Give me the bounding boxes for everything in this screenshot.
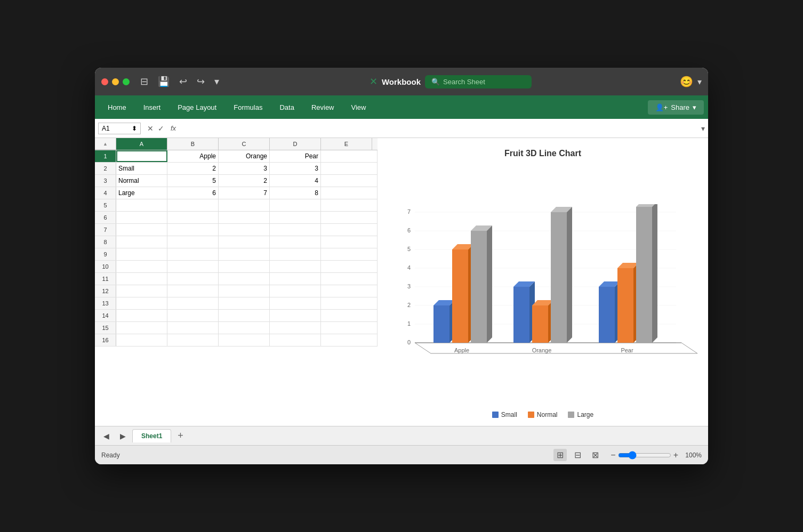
cell-d6[interactable] bbox=[270, 212, 321, 223]
cell-d5[interactable] bbox=[270, 199, 321, 211]
cell-a8[interactable] bbox=[116, 236, 167, 248]
cell-b9[interactable] bbox=[167, 248, 219, 260]
cell-b2[interactable]: 2 bbox=[167, 163, 219, 174]
cell-e4[interactable] bbox=[321, 187, 378, 199]
tab-nav-next[interactable]: ▶ bbox=[116, 430, 130, 442]
cell-c13[interactable] bbox=[219, 297, 270, 309]
cell-e14[interactable] bbox=[321, 310, 378, 321]
cell-e1[interactable] bbox=[321, 150, 378, 162]
cell-b6[interactable] bbox=[167, 212, 219, 223]
formula-input[interactable] bbox=[182, 125, 699, 132]
cell-d12[interactable] bbox=[270, 285, 321, 297]
cell-e5[interactable] bbox=[321, 199, 378, 211]
cell-c15[interactable] bbox=[219, 322, 270, 334]
cell-c6[interactable] bbox=[219, 212, 270, 223]
tab-insert[interactable]: Insert bbox=[135, 99, 170, 116]
cell-d1[interactable]: Pear bbox=[270, 150, 321, 162]
tab-page-layout[interactable]: Page Layout bbox=[169, 99, 225, 116]
user-icon[interactable]: 😊 bbox=[680, 75, 693, 88]
normal-view-button[interactable]: ⊞ bbox=[553, 449, 567, 461]
cell-b15[interactable] bbox=[167, 322, 219, 334]
cell-c11[interactable] bbox=[219, 273, 270, 285]
cell-c8[interactable] bbox=[219, 236, 270, 248]
col-header-b[interactable]: B bbox=[167, 138, 219, 150]
dropdown-icon[interactable]: ▾ bbox=[697, 77, 702, 87]
cell-a14[interactable] bbox=[116, 310, 167, 321]
cell-a16[interactable] bbox=[116, 334, 167, 346]
cell-d7[interactable] bbox=[270, 224, 321, 236]
cell-a15[interactable] bbox=[116, 322, 167, 334]
cell-d10[interactable] bbox=[270, 261, 321, 272]
cell-a11[interactable] bbox=[116, 273, 167, 285]
cell-d11[interactable] bbox=[270, 273, 321, 285]
cell-e16[interactable] bbox=[321, 334, 378, 346]
col-header-e[interactable]: E bbox=[321, 138, 372, 150]
cell-c4[interactable]: 7 bbox=[219, 187, 270, 199]
cell-d15[interactable] bbox=[270, 322, 321, 334]
tab-view[interactable]: View bbox=[343, 99, 375, 116]
cell-b5[interactable] bbox=[167, 199, 219, 211]
cell-c16[interactable] bbox=[219, 334, 270, 346]
minimize-button[interactable] bbox=[112, 78, 119, 85]
cell-b16[interactable] bbox=[167, 334, 219, 346]
cell-d13[interactable] bbox=[270, 297, 321, 309]
cell-a1[interactable] bbox=[116, 150, 167, 162]
zoom-out-button[interactable]: − bbox=[611, 450, 615, 460]
formula-dropdown-icon[interactable]: ▾ bbox=[701, 124, 705, 133]
cell-a9[interactable] bbox=[116, 248, 167, 260]
cell-c12[interactable] bbox=[219, 285, 270, 297]
cell-a12[interactable] bbox=[116, 285, 167, 297]
cell-b12[interactable] bbox=[167, 285, 219, 297]
cell-c3[interactable]: 2 bbox=[219, 175, 270, 187]
cell-a10[interactable] bbox=[116, 261, 167, 272]
maximize-button[interactable] bbox=[123, 78, 130, 85]
file-icon[interactable]: ⊟ bbox=[138, 75, 150, 88]
page-layout-view-button[interactable]: ⊟ bbox=[571, 449, 584, 461]
cell-c5[interactable] bbox=[219, 199, 270, 211]
share-button[interactable]: 👤+ Share ▾ bbox=[648, 100, 704, 115]
cell-c7[interactable] bbox=[219, 224, 270, 236]
cell-c14[interactable] bbox=[219, 310, 270, 321]
redo-icon[interactable]: ↪ bbox=[195, 75, 207, 88]
cell-e9[interactable] bbox=[321, 248, 378, 260]
cell-c1[interactable]: Orange bbox=[219, 150, 270, 162]
cell-b4[interactable]: 6 bbox=[167, 187, 219, 199]
cell-d9[interactable] bbox=[270, 248, 321, 260]
cell-d3[interactable]: 4 bbox=[270, 175, 321, 187]
cell-a2[interactable]: Small bbox=[116, 163, 167, 174]
cancel-icon[interactable]: ✕ bbox=[147, 124, 154, 133]
cell-e8[interactable] bbox=[321, 236, 378, 248]
undo-icon[interactable]: ↩ bbox=[177, 75, 189, 88]
page-break-view-button[interactable]: ⊠ bbox=[589, 449, 602, 461]
cell-b8[interactable] bbox=[167, 236, 219, 248]
save-icon[interactable]: 💾 bbox=[156, 75, 172, 88]
cell-b11[interactable] bbox=[167, 273, 219, 285]
cell-b1[interactable]: Apple bbox=[167, 150, 219, 162]
cell-e11[interactable] bbox=[321, 273, 378, 285]
cell-a5[interactable] bbox=[116, 199, 167, 211]
cell-e10[interactable] bbox=[321, 261, 378, 272]
cell-d2[interactable]: 3 bbox=[270, 163, 321, 174]
cell-e15[interactable] bbox=[321, 322, 378, 334]
cell-e3[interactable] bbox=[321, 175, 378, 187]
cell-d4[interactable]: 8 bbox=[270, 187, 321, 199]
cell-a4[interactable]: Large bbox=[116, 187, 167, 199]
cell-e7[interactable] bbox=[321, 224, 378, 236]
cell-d16[interactable] bbox=[270, 334, 321, 346]
search-bar[interactable]: 🔍 Search Sheet bbox=[425, 75, 532, 88]
cell-e6[interactable] bbox=[321, 212, 378, 223]
cell-a13[interactable] bbox=[116, 297, 167, 309]
cell-e12[interactable] bbox=[321, 285, 378, 297]
cell-c2[interactable]: 3 bbox=[219, 163, 270, 174]
tab-data[interactable]: Data bbox=[271, 99, 302, 116]
close-button[interactable] bbox=[101, 78, 108, 85]
cell-d8[interactable] bbox=[270, 236, 321, 248]
zoom-in-button[interactable]: + bbox=[673, 450, 678, 460]
tab-review[interactable]: Review bbox=[303, 99, 343, 116]
cell-b7[interactable] bbox=[167, 224, 219, 236]
more-icon[interactable]: ▾ bbox=[212, 75, 221, 88]
cell-c9[interactable] bbox=[219, 248, 270, 260]
cell-e2[interactable] bbox=[321, 163, 378, 174]
col-header-c[interactable]: C bbox=[219, 138, 270, 150]
cell-name-box[interactable]: A1 ⬍ bbox=[98, 123, 141, 134]
